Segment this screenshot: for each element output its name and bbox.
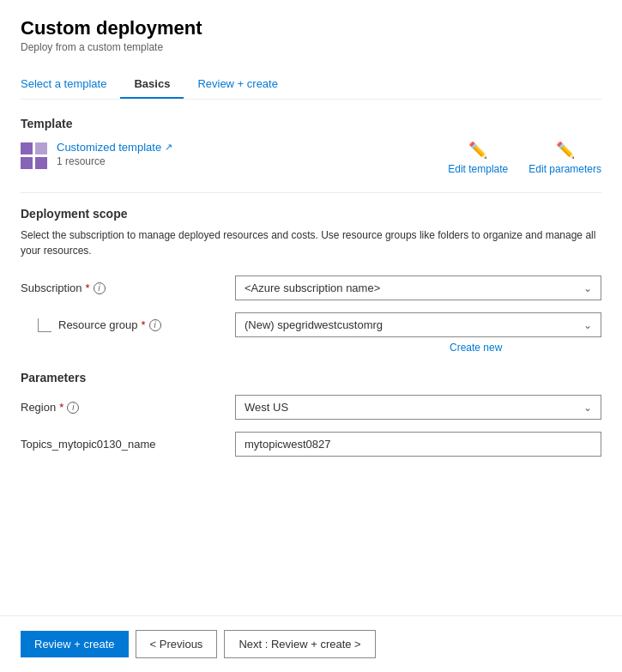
region-required: * [59,401,63,414]
region-control: West US ⌄ [235,395,601,420]
template-name-link[interactable]: Customized template ↗ [57,141,172,154]
create-new-link[interactable]: Create new [450,342,502,354]
region-select[interactable]: West US ⌄ [235,395,601,420]
region-label: Region * i [21,401,235,414]
resource-group-row: Resource group * i (New) spegridwestcust… [21,312,601,337]
subscription-label: Subscription * i [21,282,235,294]
resource-group-value: (New) spegridwestcustomrg [245,318,383,331]
region-row: Region * i West US ⌄ [21,395,601,420]
external-link-icon: ↗ [165,142,172,153]
page-subtitle: Deploy from a custom template [21,41,601,53]
subscription-required: * [86,282,90,294]
subscription-row: Subscription * i <Azure subscription nam… [21,275,601,300]
deployment-scope-title: Deployment scope [21,207,601,221]
resource-group-info-icon[interactable]: i [149,319,161,331]
edit-parameters-icon: ✏️ [556,141,575,160]
region-chevron: ⌄ [583,402,592,414]
template-resource-count: 1 resource [57,155,172,167]
template-icon [21,142,48,170]
region-value: West US [245,401,288,414]
next-button[interactable]: Next : Review + create > [224,630,375,658]
page-title: Custom deployment [21,17,601,39]
tab-select-template[interactable]: Select a template [21,70,120,99]
parameters-section: Parameters Region * i West US ⌄ [21,371,601,457]
resource-group-chevron: ⌄ [583,319,592,331]
footer: Review + create < Previous Next : Review… [0,615,622,672]
edit-template-icon: ✏️ [468,141,487,160]
tree-line [38,318,51,332]
subscription-value: <Azure subscription name> [245,282,380,294]
topic-name-control [235,432,601,457]
subscription-control: <Azure subscription name> ⌄ [235,275,601,300]
subscription-select[interactable]: <Azure subscription name> ⌄ [235,275,601,300]
region-info-icon[interactable]: i [67,402,79,414]
resource-group-required: * [142,318,146,331]
edit-template-button[interactable]: ✏️ Edit template [448,141,508,175]
tab-basics[interactable]: Basics [120,70,184,99]
tab-review-create[interactable]: Review + create [184,70,292,99]
resource-group-control: (New) spegridwestcustomrg ⌄ [235,312,601,337]
topic-name-input[interactable] [235,432,601,457]
previous-button[interactable]: < Previous [136,630,218,658]
topic-name-label: Topics_mytopic0130_name [21,438,235,451]
review-create-button[interactable]: Review + create [21,631,129,657]
resource-group-section: Resource group * i (New) spegridwestcust… [21,312,601,354]
template-info: Customized template ↗ 1 resource [21,141,172,170]
tabs-nav: Select a template Basics Review + create [21,70,601,100]
subscription-chevron: ⌄ [583,282,592,294]
section-divider [21,192,601,193]
topic-name-row: Topics_mytopic0130_name [21,432,601,457]
deployment-scope-desc: Select the subscription to manage deploy… [21,227,601,258]
template-actions: ✏️ Edit template ✏️ Edit parameters [448,141,601,175]
template-section-label: Template [21,117,601,130]
edit-parameters-button[interactable]: ✏️ Edit parameters [528,141,601,175]
parameters-section-label: Parameters [21,371,601,384]
resource-group-label: Resource group * i [21,318,235,332]
subscription-info-icon[interactable]: i [94,282,106,294]
resource-group-select[interactable]: (New) spegridwestcustomrg ⌄ [235,312,601,337]
